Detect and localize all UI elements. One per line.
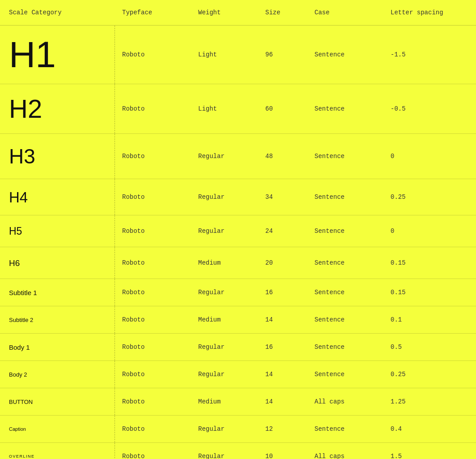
scale-label-overline: OVERLINE: [0, 443, 115, 459]
scale-label-h6: H6: [0, 247, 115, 279]
case-cell-sub2: Sentence: [307, 306, 383, 333]
typeface-cell-h6: Roboto: [115, 247, 191, 279]
typography-table: Scale Category Typeface Weight Size Case…: [0, 0, 476, 459]
header-case: Case: [307, 0, 383, 25]
table-row: Body 1 Roboto Regular 16 Sentence 0.5: [0, 334, 476, 361]
header-typeface: Typeface: [115, 0, 191, 25]
scale-label-h1: H1: [0, 26, 115, 84]
letter-spacing-cell-h1: -1.5: [383, 26, 476, 84]
scale-label-button: BUTTON: [0, 388, 115, 415]
size-cell-button: 14: [258, 388, 307, 415]
size-cell-caption: 12: [258, 416, 307, 442]
scale-label-h2: H2: [0, 84, 115, 133]
weight-cell-body2: Regular: [191, 361, 258, 388]
table-row: H5 Roboto Regular 24 Sentence 0: [0, 215, 476, 247]
scale-label-body1: Body 1: [0, 334, 115, 360]
size-cell-h6: 20: [258, 247, 307, 279]
table-row: Subtitle 2 Roboto Medium 14 Sentence 0.1: [0, 306, 476, 334]
typeface-cell-body2: Roboto: [115, 361, 191, 388]
table-row: H4 Roboto Regular 34 Sentence 0.25: [0, 179, 476, 215]
case-cell-h3: Sentence: [307, 134, 383, 179]
letter-spacing-cell-overline: 1.5: [383, 443, 476, 459]
case-cell-body2: Sentence: [307, 361, 383, 388]
typeface-cell-h4: Roboto: [115, 179, 191, 215]
weight-cell-h4: Regular: [191, 179, 258, 215]
typeface-cell-sub1: Roboto: [115, 279, 191, 306]
letter-spacing-cell-body2: 0.25: [383, 361, 476, 388]
table-row: H2 Roboto Light 60 Sentence -0.5: [0, 84, 476, 134]
letter-spacing-cell-h3: 0: [383, 134, 476, 179]
size-cell-h1: 96: [258, 26, 307, 84]
weight-cell-h6: Medium: [191, 247, 258, 279]
weight-cell-h3: Regular: [191, 134, 258, 179]
scale-label-h5: H5: [0, 215, 115, 247]
scale-label-sub1: Subtitle 1: [0, 279, 115, 306]
typeface-cell-h2: Roboto: [115, 84, 191, 133]
weight-cell-h5: Regular: [191, 215, 258, 247]
typeface-cell-body1: Roboto: [115, 334, 191, 360]
case-cell-h2: Sentence: [307, 84, 383, 133]
header-scale-category: Scale Category: [0, 0, 115, 25]
size-cell-body2: 14: [258, 361, 307, 388]
case-cell-h6: Sentence: [307, 247, 383, 279]
case-cell-caption: Sentence: [307, 416, 383, 442]
typeface-cell-button: Roboto: [115, 388, 191, 415]
weight-cell-h1: Light: [191, 26, 258, 84]
header-size: Size: [258, 0, 307, 25]
size-cell-h5: 24: [258, 215, 307, 247]
weight-cell-sub1: Regular: [191, 279, 258, 306]
weight-cell-caption: Regular: [191, 416, 258, 442]
weight-cell-body1: Regular: [191, 334, 258, 360]
weight-cell-h2: Light: [191, 84, 258, 133]
weight-cell-sub2: Medium: [191, 306, 258, 333]
typeface-cell-h5: Roboto: [115, 215, 191, 247]
letter-spacing-cell-sub1: 0.15: [383, 279, 476, 306]
table-body: H1 Roboto Light 96 Sentence -1.5 H2 Robo…: [0, 26, 476, 459]
typeface-cell-h3: Roboto: [115, 134, 191, 179]
table-row: H3 Roboto Regular 48 Sentence 0: [0, 134, 476, 179]
typeface-cell-sub2: Roboto: [115, 306, 191, 333]
letter-spacing-cell-caption: 0.4: [383, 416, 476, 442]
case-cell-body1: Sentence: [307, 334, 383, 360]
scale-label-h3: H3: [0, 134, 115, 179]
letter-spacing-cell-body1: 0.5: [383, 334, 476, 360]
size-cell-h4: 34: [258, 179, 307, 215]
size-cell-h3: 48: [258, 134, 307, 179]
letter-spacing-cell-button: 1.25: [383, 388, 476, 415]
table-row: H6 Roboto Medium 20 Sentence 0.15: [0, 247, 476, 279]
table-row: H1 Roboto Light 96 Sentence -1.5: [0, 26, 476, 84]
case-cell-h4: Sentence: [307, 179, 383, 215]
letter-spacing-cell-h2: -0.5: [383, 84, 476, 133]
typeface-cell-overline: Roboto: [115, 443, 191, 459]
table-row: Subtitle 1 Roboto Regular 16 Sentence 0.…: [0, 279, 476, 306]
typeface-cell-caption: Roboto: [115, 416, 191, 442]
case-cell-h5: Sentence: [307, 215, 383, 247]
table-header: Scale Category Typeface Weight Size Case…: [0, 0, 476, 26]
scale-label-h4: H4: [0, 179, 115, 215]
table-row: OVERLINE Roboto Regular 10 All caps 1.5: [0, 443, 476, 459]
case-cell-button: All caps: [307, 388, 383, 415]
size-cell-h2: 60: [258, 84, 307, 133]
table-row: Body 2 Roboto Regular 14 Sentence 0.25: [0, 361, 476, 388]
size-cell-sub1: 16: [258, 279, 307, 306]
size-cell-sub2: 14: [258, 306, 307, 333]
table-row: BUTTON Roboto Medium 14 All caps 1.25: [0, 388, 476, 416]
size-cell-body1: 16: [258, 334, 307, 360]
letter-spacing-cell-h6: 0.15: [383, 247, 476, 279]
letter-spacing-cell-h4: 0.25: [383, 179, 476, 215]
case-cell-h1: Sentence: [307, 26, 383, 84]
scale-label-body2: Body 2: [0, 361, 115, 388]
weight-cell-overline: Regular: [191, 443, 258, 459]
letter-spacing-cell-sub2: 0.1: [383, 306, 476, 333]
table-row: Caption Roboto Regular 12 Sentence 0.4: [0, 416, 476, 443]
scale-label-sub2: Subtitle 2: [0, 306, 115, 333]
letter-spacing-cell-h5: 0: [383, 215, 476, 247]
scale-label-caption: Caption: [0, 416, 115, 442]
size-cell-overline: 10: [258, 443, 307, 459]
header-weight: Weight: [191, 0, 258, 25]
case-cell-sub1: Sentence: [307, 279, 383, 306]
typeface-cell-h1: Roboto: [115, 26, 191, 84]
case-cell-overline: All caps: [307, 443, 383, 459]
weight-cell-button: Medium: [191, 388, 258, 415]
header-letter-spacing: Letter spacing: [383, 0, 476, 25]
